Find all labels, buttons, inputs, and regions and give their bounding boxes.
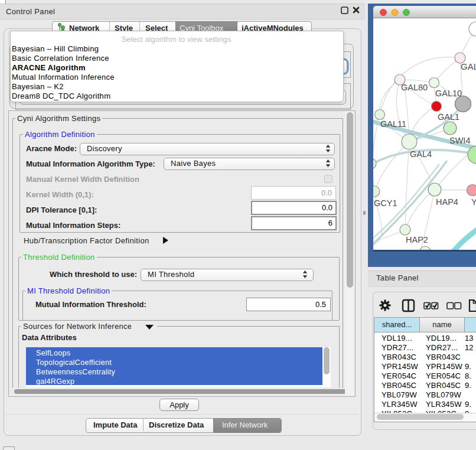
svg-text:GAL80: GAL80 [401,83,428,92]
svg-text:GAL1: GAL1 [438,112,459,122]
svg-text:Y: Y [471,197,476,207]
svg-text:GAL4: GAL4 [410,149,432,159]
svg-text:GAL11: GAL11 [380,119,406,129]
svg-text:GAL: GAL [461,61,476,71]
svg-text:HAP4: HAP4 [436,197,458,207]
svg-text:SWI4: SWI4 [449,136,470,145]
svg-text:GCY1: GCY1 [374,198,397,208]
svg-text:GAL10: GAL10 [435,89,462,98]
svg-text:HAP2: HAP2 [406,235,428,244]
